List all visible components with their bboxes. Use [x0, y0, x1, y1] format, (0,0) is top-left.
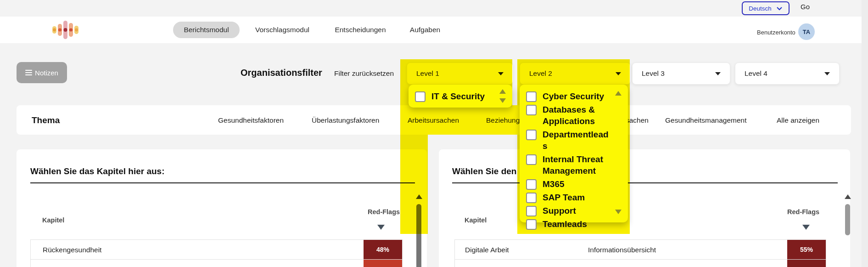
redflags-column-header: Red-Flags	[787, 208, 819, 216]
option-label: M365	[543, 178, 611, 190]
kapitel-cell: Digitale Arbeit	[465, 246, 509, 254]
divider	[30, 182, 415, 183]
scroll-down-icon[interactable]	[499, 98, 506, 103]
level4-dropdown[interactable]: Level 4	[735, 62, 840, 85]
checkbox-icon[interactable]	[526, 219, 537, 230]
option-teamleads[interactable]: Teamleads	[520, 217, 628, 231]
option-it-security[interactable]: IT & Security	[409, 90, 512, 103]
notes-button-label: Notizen	[35, 69, 58, 77]
nav-tab-vorschlagsmodul[interactable]: Vorschlagsmodul	[253, 22, 312, 38]
panel-scrollbar-thumb[interactable]	[845, 204, 850, 235]
option-sap-team[interactable]: SAP Team	[520, 191, 628, 204]
option-databases-applications[interactable]: Databases & Applications	[520, 103, 628, 128]
caret-down-icon	[498, 72, 504, 75]
notes-button[interactable]: Notizen	[17, 62, 67, 83]
caret-down-icon	[715, 72, 721, 75]
checkbox-icon[interactable]	[526, 130, 537, 140]
go-button[interactable]: Go	[801, 3, 810, 11]
option-cyber-security[interactable]: Cyber Security	[520, 90, 628, 103]
checkbox-icon[interactable]	[415, 91, 426, 102]
caret-down-icon	[824, 72, 830, 75]
thema-cell: Informationsübersicht	[588, 246, 656, 254]
option-m365[interactable]: M365	[520, 177, 628, 191]
sort-descending-icon[interactable]	[802, 225, 810, 230]
redflags-column-header: Red-Flags	[368, 208, 400, 216]
chevron-down-icon	[776, 6, 783, 11]
table-row[interactable]: Rückengesundheit 48%	[30, 239, 403, 260]
checkbox-icon[interactable]	[526, 179, 537, 190]
top-strip	[0, 0, 868, 17]
option-label: Teamleads	[543, 218, 611, 230]
org-filter-title: Organisationsfilter	[241, 68, 322, 78]
checkbox-icon[interactable]	[526, 105, 537, 115]
option-label: IT & Security	[431, 91, 500, 102]
option-label: Departmentleads	[543, 129, 611, 152]
kapitel-column-header: Kapitel	[42, 216, 64, 224]
nav-tab-berichtsmodul[interactable]: Berichtsmodul	[173, 22, 240, 38]
caret-down-icon	[616, 72, 621, 75]
filter-reset-button[interactable]: Filter zurücksetzen	[334, 69, 394, 78]
level2-dropdown-label: Level 2	[529, 69, 552, 78]
tab-sachen-fragment[interactable]: sachen	[626, 116, 649, 125]
app-logo-icon	[51, 19, 81, 40]
table-row[interactable]: Digitale Arbeit Informationsübersicht 55…	[454, 239, 826, 260]
nav-tab-entscheidungen[interactable]: Entscheidungen	[333, 22, 388, 38]
tab-gesundheitsfaktoren[interactable]: Gesundheitsfaktoren	[218, 116, 284, 125]
checkbox-icon[interactable]	[526, 154, 537, 165]
thema-table: Digitale Arbeit Informationsübersicht 55…	[454, 239, 826, 267]
checkbox-icon[interactable]	[526, 193, 537, 203]
option-label: Support	[543, 205, 611, 216]
scroll-up-icon[interactable]	[416, 194, 422, 199]
level2-options-popup: Cyber Security Databases & Applications …	[520, 85, 628, 222]
language-select-value: Deutsch	[749, 5, 772, 12]
checkbox-icon[interactable]	[526, 206, 537, 216]
panel-scrollbar-thumb[interactable]	[416, 204, 421, 267]
avatar[interactable]: TA	[798, 23, 815, 40]
kapitel-cell: Rückengesundheit	[43, 246, 101, 254]
tab-beziehung[interactable]: Beziehung	[486, 116, 520, 125]
level3-dropdown[interactable]: Level 3	[632, 62, 730, 85]
scroll-up-icon[interactable]	[499, 89, 506, 94]
app-canvas: Deutsch Go Berichtsmodul Vorschlagsmodul…	[0, 0, 868, 267]
level3-dropdown-label: Level 3	[642, 69, 665, 78]
page-scrollbar[interactable]	[862, 0, 868, 267]
scroll-up-icon[interactable]	[845, 194, 851, 199]
redflags-badge: 27%	[364, 260, 402, 267]
thema-title: Thema	[32, 115, 60, 125]
tab-arbeitsursachen[interactable]: Arbeitsursachen	[408, 116, 459, 125]
level4-dropdown-label: Level 4	[745, 69, 767, 78]
scroll-down-icon[interactable]	[615, 210, 622, 214]
option-support[interactable]: Support	[520, 204, 628, 217]
option-label: SAP Team	[543, 192, 611, 203]
language-select[interactable]: Deutsch	[742, 1, 790, 15]
kapitel-table: Rückengesundheit 48% Digitale Arbeit 27%	[30, 239, 403, 267]
divider	[452, 182, 838, 183]
account-label: Benutzerkonto	[757, 29, 795, 36]
redflags-badge: 48%	[364, 240, 402, 259]
checkbox-icon[interactable]	[526, 91, 537, 102]
tab-gesundheitsmanagement[interactable]: Gesundheitsmanagement	[665, 116, 747, 125]
option-label: Cyber Security	[543, 91, 611, 102]
table-row[interactable]: Digitale Arbeit 27%	[30, 260, 403, 267]
level2-dropdown[interactable]: Level 2	[520, 62, 631, 85]
level1-options-popup: IT & Security	[409, 85, 512, 108]
level1-dropdown[interactable]: Level 1	[407, 62, 513, 85]
nav-tab-aufgaben[interactable]: Aufgaben	[409, 22, 442, 38]
option-departmentleads[interactable]: Departmentleads	[520, 128, 628, 153]
thema-select-panel-heading: Wählen Sie den	[452, 166, 516, 176]
sort-descending-icon[interactable]	[377, 225, 385, 230]
table-row[interactable]: Rückengesundheit Rückengesundheit 48%	[454, 260, 826, 267]
redflags-badge: 55%	[787, 240, 826, 259]
kapitel-column-header: Kapitel	[465, 216, 487, 224]
option-label: Databases & Applications	[543, 104, 611, 127]
tab-alle-anzeigen[interactable]: Alle anzeigen	[777, 116, 819, 125]
kapitel-panel-heading: Wählen Sie das Kapitel hier aus:	[30, 166, 164, 176]
level1-dropdown-label: Level 1	[416, 69, 439, 78]
hamburger-icon	[25, 68, 32, 77]
scroll-up-icon[interactable]	[615, 91, 622, 96]
option-internal-threat-management[interactable]: Internal Threat Management	[520, 153, 628, 177]
tab-ueberlastungsfaktoren[interactable]: Überlastungsfaktoren	[312, 116, 379, 125]
option-label: Internal Threat Management	[543, 153, 611, 176]
redflags-badge: 48%	[787, 260, 826, 267]
